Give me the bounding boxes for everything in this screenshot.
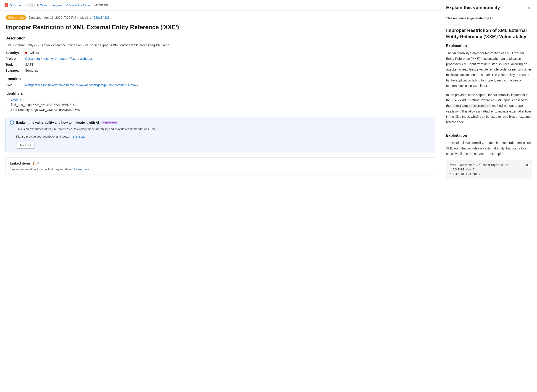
severity-label: Severity: bbox=[5, 51, 24, 55]
scanner-label: Scanner: bbox=[5, 69, 24, 72]
project-link-security-products[interactable]: security-products bbox=[43, 57, 67, 61]
linked-items-header: Linked items 📋 0 bbox=[10, 161, 431, 165]
severity-value: Critical bbox=[30, 51, 39, 55]
project-row: Project: GitLab.org / security-products … bbox=[5, 57, 435, 61]
parse-xml-code: parseXML bbox=[451, 98, 468, 103]
breadcrumb-issue-id: 41857351 bbox=[95, 4, 108, 7]
severity-row: Severity: Critical bbox=[5, 51, 435, 55]
list-item: CWE-611 bbox=[11, 98, 435, 102]
location-heading: Location bbox=[5, 77, 435, 81]
exploitation-heading: Exploitation bbox=[446, 134, 532, 138]
right-panel-content: Improper Restriction of XML External Ent… bbox=[441, 23, 537, 183]
main-content: Needs triage Detected · Apr 19, 2022, 7:… bbox=[0, 11, 441, 179]
breadcrumb-sep-1: › bbox=[25, 4, 26, 7]
breadcrumb-dots-button[interactable]: ··· bbox=[27, 3, 33, 7]
identifier-text-2: Find Security Bugs-XXE_XMLSTREAMREADER bbox=[11, 108, 80, 112]
right-vuln-title: Improper Restriction of XML External Ent… bbox=[446, 27, 532, 40]
right-panel-title: Explain this vulnerability bbox=[446, 5, 500, 10]
identifiers-heading: Identifiers bbox=[5, 92, 435, 96]
linked-count-badge: 📋 0 bbox=[33, 161, 39, 165]
scanner-row: Scanner: Semgrep bbox=[5, 69, 435, 72]
ai-explain-header: i Explain this vulnerability and how to … bbox=[10, 121, 431, 125]
breadcrumb-gitlab-org[interactable]: GitLab.org bbox=[9, 4, 24, 7]
right-panel: Explain this vulnerability × This respon… bbox=[441, 0, 537, 392]
breadcrumb-sep-5: › bbox=[93, 4, 94, 7]
project-link-webgoat[interactable]: webgoat bbox=[80, 57, 92, 61]
breadcrumb-sep-2: › bbox=[34, 4, 35, 7]
project-sep-3: / bbox=[78, 57, 79, 61]
cwe-link[interactable]: CWE-611 bbox=[11, 98, 25, 102]
pipeline-link[interactable]: 520134833 bbox=[94, 16, 110, 19]
status-detected-text: Detected · Apr 19, 2022, 7:02 PM in pipe… bbox=[29, 16, 91, 19]
learn-more-link[interactable]: Learn more. bbox=[74, 168, 90, 171]
feedback-issue-link[interactable]: this issue bbox=[73, 135, 85, 138]
breadcrumb-tests[interactable]: Tests bbox=[40, 4, 47, 7]
description-heading: Description bbox=[5, 36, 435, 40]
experiment-badge: Experiment bbox=[101, 121, 118, 124]
identifiers-list: CWE-611 find_sec_bugs.XXE_XMLSTREAMREADE… bbox=[5, 98, 435, 112]
explanation-heading: Explanation bbox=[446, 44, 532, 48]
breadcrumb-webgoat[interactable]: webgoat bbox=[51, 4, 62, 7]
close-button[interactable]: × bbox=[527, 5, 532, 11]
vulnerability-title: Improper Restriction of XML External Ent… bbox=[5, 23, 435, 31]
project-sep-2: / bbox=[68, 57, 69, 61]
status-bar: Needs triage Detected · Apr 19, 2022, 7:… bbox=[5, 15, 435, 20]
location-file-row: File: webgoat-lessons/xxe/src/main/java/… bbox=[5, 83, 435, 87]
needs-triage-badge: Needs triage bbox=[5, 15, 27, 20]
linked-items-text: Link issues together to show that they'r… bbox=[10, 168, 431, 171]
main-panel: GitLab.org › ··· › ⚑ Tests › webgoat › V… bbox=[0, 0, 441, 392]
linked-items-section: Linked items 📋 0 Link issues together to… bbox=[5, 157, 435, 175]
file-label: File: bbox=[5, 83, 24, 87]
explanation-paragraph-2: In the provided code snippet, the vulner… bbox=[446, 92, 532, 125]
project-label: Project: bbox=[5, 57, 24, 61]
divider-1 bbox=[446, 129, 532, 129]
explanation-paragraph-1: The vulnerability "Improper Restriction … bbox=[446, 51, 532, 89]
ai-explain-feedback: Please provide your feedback and ideas i… bbox=[10, 134, 431, 139]
tool-row: Tool: SAST bbox=[5, 63, 435, 66]
linked-items-heading: Linked items bbox=[10, 161, 31, 165]
project-link-tests[interactable]: Tests bbox=[70, 57, 77, 61]
tests-nav-icon: ⚑ bbox=[36, 4, 39, 7]
ai-notice: This response is generated by AI. bbox=[441, 14, 537, 23]
breadcrumb: GitLab.org › ··· › ⚑ Tests › webgoat › V… bbox=[0, 0, 441, 11]
list-item: Find Security Bugs-XXE_XMLSTREAMREADER bbox=[11, 108, 435, 112]
copy-button[interactable]: ⧉ bbox=[524, 162, 530, 167]
project-links: GitLab.org / security-products / Tests /… bbox=[25, 57, 92, 61]
ai-explain-title: Explain this vulnerability and how to mi… bbox=[16, 121, 99, 124]
info-icon: i bbox=[10, 121, 14, 125]
code-line-1: <?xml version="1.0" encoding="UTF-8" bbox=[450, 163, 528, 168]
file-path-link[interactable]: webgoat-lessons/xxe/src/main/java/org/ow… bbox=[25, 83, 140, 87]
breadcrumb-sep-4: › bbox=[63, 4, 64, 7]
scanner-value: Semgrep bbox=[25, 69, 38, 72]
tool-value: SAST bbox=[25, 63, 33, 66]
tool-label: Tool: bbox=[5, 63, 24, 66]
code-line-2: <!DOCTYPE foo [ bbox=[450, 168, 528, 172]
try-it-out-button[interactable]: Try it out bbox=[16, 142, 34, 149]
gitlab-logo-icon bbox=[5, 3, 8, 7]
project-sep-1: / bbox=[41, 57, 42, 61]
list-item: find_sec_bugs.XXE_XMLSTREAMREADER-1 bbox=[11, 103, 435, 107]
ai-explain-description: This is an experimental feature that use… bbox=[10, 127, 431, 132]
severity-dot-icon bbox=[25, 51, 27, 54]
clip-icon: 📋 bbox=[33, 161, 37, 165]
create-xml-code: createXMLStreamReader bbox=[451, 104, 491, 108]
breadcrumb-vulnerability-report[interactable]: Vulnerability Report bbox=[66, 4, 92, 7]
ai-explain-box: i Explain this vulnerability and how to … bbox=[5, 117, 435, 152]
code-block: ⧉ <?xml version="1.0" encoding="UTF-8" <… bbox=[446, 160, 532, 179]
linked-count: 0 bbox=[38, 162, 39, 165]
code-line-3: <!ELEMENT foo ANY > bbox=[450, 172, 528, 176]
identifier-text-1: find_sec_bugs.XXE_XMLSTREAMREADER-1 bbox=[11, 103, 77, 107]
project-link-gitlab[interactable]: GitLab.org bbox=[25, 57, 40, 61]
exploitation-paragraph: To exploit this vulnerability, an attack… bbox=[446, 140, 532, 157]
description-text: XML External Entity (XXE) attacks can oc… bbox=[5, 43, 435, 48]
right-panel-header: Explain this vulnerability × bbox=[441, 0, 537, 14]
breadcrumb-sep-3: › bbox=[49, 4, 50, 7]
